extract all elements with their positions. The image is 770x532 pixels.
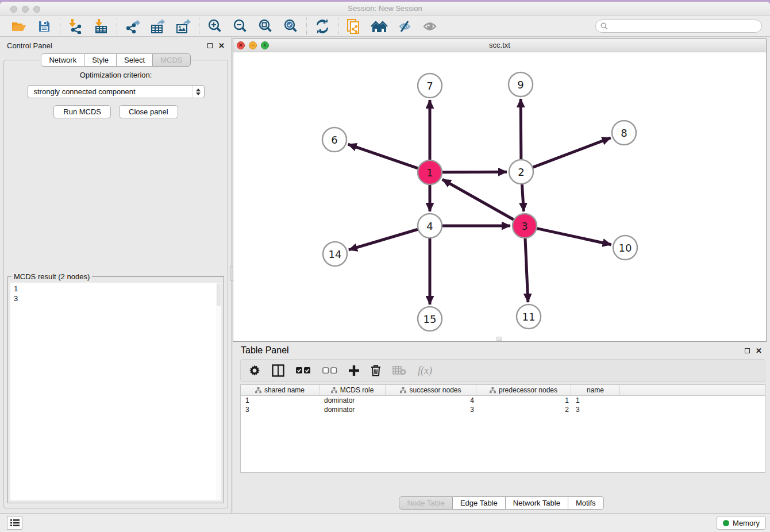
import-table-icon[interactable] xyxy=(93,18,110,34)
show-panels-button[interactable] xyxy=(7,516,22,530)
tab-motifs[interactable]: Motifs xyxy=(568,496,604,510)
svg-text:7: 7 xyxy=(426,80,433,92)
tab-network[interactable]: Network xyxy=(41,53,84,67)
close-table-panel-icon[interactable]: ✕ xyxy=(756,347,762,354)
close-panel-button[interactable]: Close panel xyxy=(119,105,178,118)
export-image-icon[interactable] xyxy=(175,18,192,34)
hide-selected-icon[interactable] xyxy=(396,18,413,34)
graph-node-1[interactable]: 1 xyxy=(418,160,442,184)
column-header-predecessor-nodes[interactable]: predecessor nodes xyxy=(476,385,571,395)
show-all-icon[interactable] xyxy=(421,18,438,34)
tab-node-table[interactable]: Node Table xyxy=(399,496,453,510)
search-input[interactable] xyxy=(611,22,757,30)
table-row[interactable]: 3dominator323 xyxy=(241,405,765,414)
network-window-titlebar[interactable]: ✕ − + scc.txt xyxy=(233,39,766,52)
frame-resize-handle[interactable] xyxy=(496,337,502,341)
zoom-selected-icon[interactable] xyxy=(282,18,299,34)
tab-style[interactable]: Style xyxy=(84,53,117,67)
graph-node-10[interactable]: 10 xyxy=(613,236,637,260)
select-all-icon[interactable] xyxy=(296,363,311,379)
refresh-layout-icon[interactable] xyxy=(314,18,331,34)
close-panel-icon[interactable]: ✕ xyxy=(218,42,225,49)
save-icon[interactable] xyxy=(36,18,53,34)
edge-2-9[interactable] xyxy=(521,99,521,159)
graph-node-9[interactable]: 9 xyxy=(509,72,533,97)
zoom-out-icon[interactable] xyxy=(232,18,249,34)
edge-1-6[interactable] xyxy=(348,144,418,168)
float-panel-icon[interactable] xyxy=(207,43,213,48)
graph-node-4[interactable]: 4 xyxy=(418,214,442,238)
control-panel-tabs: NetworkStyleSelectMCDS xyxy=(0,53,232,67)
edge-3-1[interactable] xyxy=(442,179,514,219)
criterion-value: strongly connected component xyxy=(34,87,192,96)
column-header-shared-name[interactable]: shared name xyxy=(241,385,319,395)
import-network-icon[interactable] xyxy=(67,18,84,34)
criterion-dropdown[interactable]: strongly connected component xyxy=(28,85,205,98)
table-cell: 3 xyxy=(386,405,476,414)
search-field[interactable] xyxy=(595,20,762,33)
float-table-panel-icon[interactable] xyxy=(745,348,750,353)
table-settings-icon[interactable] xyxy=(249,363,260,379)
edge-2-8[interactable] xyxy=(533,138,611,167)
graph-node-6[interactable]: 6 xyxy=(322,128,346,152)
graph-node-7[interactable]: 7 xyxy=(418,74,442,98)
edge-3-10[interactable] xyxy=(537,229,611,245)
edge-3-11[interactable] xyxy=(525,238,528,302)
frame-maximize-icon[interactable]: + xyxy=(261,41,269,49)
result-scrollbar[interactable] xyxy=(216,283,221,500)
column-header-successor-nodes[interactable]: successor nodes xyxy=(386,385,476,395)
graph-node-11[interactable]: 11 xyxy=(517,304,541,329)
window-controls[interactable] xyxy=(10,6,40,13)
network-graph[interactable]: 7968124314101511 xyxy=(233,52,766,341)
graph-node-8[interactable]: 8 xyxy=(612,121,636,145)
column-header-name[interactable]: name xyxy=(571,385,620,395)
column-panel-icon[interactable] xyxy=(272,363,284,379)
mcds-result-text: 1 3 xyxy=(10,283,221,303)
application-window: Session: New Session xyxy=(0,2,770,532)
clone-network-icon[interactable] xyxy=(345,18,363,34)
export-network-icon[interactable] xyxy=(124,18,141,34)
tab-select[interactable]: Select xyxy=(117,53,153,67)
column-header-mcds-role[interactable]: MCDS role xyxy=(319,385,386,395)
edge-1-2[interactable] xyxy=(442,172,507,172)
first-neighbors-icon[interactable] xyxy=(371,18,388,34)
mcds-result-area[interactable]: 1 3 xyxy=(10,283,221,500)
zoom-in-icon[interactable] xyxy=(206,18,224,34)
frame-close-icon[interactable]: ✕ xyxy=(237,41,245,49)
graph-node-3[interactable]: 3 xyxy=(513,214,537,238)
graph-node-15[interactable]: 15 xyxy=(418,307,442,331)
tab-edge-table[interactable]: Edge Table xyxy=(453,496,506,510)
network-window-title: scc.txt xyxy=(233,39,766,52)
delete-column-icon[interactable] xyxy=(371,363,381,379)
table-row[interactable]: 1dominator411 xyxy=(241,396,765,405)
zoom-window-button[interactable] xyxy=(33,6,40,13)
svg-text:8: 8 xyxy=(621,127,627,139)
function-builder-icon[interactable]: f(x) xyxy=(418,363,432,379)
graph-node-14[interactable]: 14 xyxy=(323,242,347,266)
memory-label: Memory xyxy=(733,519,760,527)
zoom-fit-icon[interactable] xyxy=(257,18,274,34)
run-mcds-button[interactable]: Run MCDS xyxy=(53,105,111,118)
svg-text:6: 6 xyxy=(331,134,337,146)
deselect-all-icon[interactable] xyxy=(322,363,337,379)
node-table[interactable]: shared nameMCDS rolesuccessor nodesprede… xyxy=(240,384,765,473)
status-bar: Memory xyxy=(0,513,770,532)
edge-4-14[interactable] xyxy=(349,229,418,250)
graph-node-2[interactable]: 2 xyxy=(509,160,533,184)
export-table-icon[interactable] xyxy=(149,18,167,34)
close-window-button[interactable] xyxy=(10,6,17,13)
tab-network-table[interactable]: Network Table xyxy=(506,496,568,510)
memory-button[interactable]: Memory xyxy=(717,516,766,530)
tab-mcds[interactable]: MCDS xyxy=(153,53,190,67)
open-folder-icon[interactable] xyxy=(10,18,28,34)
table-header-row[interactable]: shared nameMCDS rolesuccessor nodesprede… xyxy=(241,385,765,396)
network-canvas[interactable]: 7968124314101511 xyxy=(233,52,766,341)
add-column-icon[interactable] xyxy=(349,363,359,379)
minimize-window-button[interactable] xyxy=(22,6,29,13)
edge-2-3[interactable] xyxy=(522,184,523,211)
table-cell: 3 xyxy=(571,405,620,414)
svg-text:15: 15 xyxy=(424,313,437,325)
table-toolbar: f(x) xyxy=(240,359,765,382)
frame-minimize-icon[interactable]: − xyxy=(249,41,257,49)
delete-table-icon[interactable] xyxy=(392,363,406,379)
